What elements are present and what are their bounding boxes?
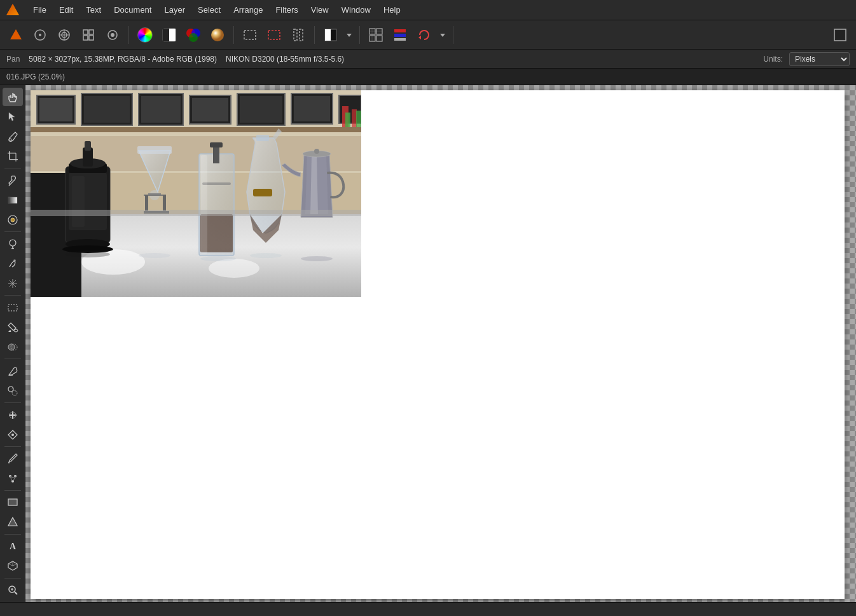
tool-gradient[interactable] [3, 191, 23, 209]
color-rgb-btn[interactable] [183, 24, 204, 46]
mask-dropdown-btn[interactable] [344, 24, 354, 46]
svg-point-21 [211, 29, 224, 41]
svg-rect-122 [145, 195, 148, 211]
tool-zoom[interactable] [3, 581, 23, 599]
menu-filters[interactable]: Filters [269, 3, 304, 17]
main-area: A [0, 85, 856, 602]
color-bw-btn[interactable] [158, 24, 180, 46]
tool-sharpen[interactable] [3, 274, 23, 292]
tonemap-btn[interactable] [78, 24, 99, 46]
tool-color[interactable] [3, 210, 23, 229]
view-360-btn[interactable] [29, 24, 51, 46]
svg-rect-130 [201, 155, 207, 254]
svg-line-79 [15, 592, 17, 594]
tool-pen[interactable] [3, 449, 23, 468]
toolbar-sep-2 [233, 26, 234, 44]
tool-sep-1 [4, 168, 21, 168]
marquee-col-btn[interactable] [287, 24, 309, 46]
svg-point-139 [250, 253, 282, 258]
svg-point-138 [200, 256, 236, 261]
marquee-rect-btn[interactable] [239, 24, 261, 46]
svg-rect-118 [137, 146, 172, 154]
tool-shape[interactable] [3, 513, 23, 531]
svg-rect-93 [240, 96, 282, 123]
canvas-area[interactable] [25, 85, 856, 602]
svg-rect-87 [84, 96, 130, 123]
affinity-logo-btn[interactable] [5, 24, 27, 46]
export-btn[interactable] [102, 24, 123, 46]
tool-smudge[interactable] [3, 254, 23, 273]
menu-select[interactable]: Select [191, 3, 227, 17]
color-wheel-btn[interactable] [134, 24, 156, 46]
svg-point-43 [9, 139, 11, 141]
svg-line-77 [13, 564, 17, 566]
tool-text[interactable]: A [3, 537, 23, 556]
menu-arrange[interactable]: Arrange [227, 3, 269, 17]
menu-view[interactable]: View [305, 3, 335, 17]
tool-hand[interactable] [3, 88, 23, 106]
menu-file[interactable]: File [27, 3, 53, 17]
menu-window[interactable]: Window [335, 3, 377, 17]
tool-healing[interactable] [3, 406, 23, 424]
snapping-btn[interactable] [365, 24, 387, 46]
tool-selection[interactable] [3, 298, 23, 317]
svg-rect-17 [169, 29, 176, 41]
menu-document[interactable]: Document [107, 3, 158, 17]
svg-point-14 [111, 33, 114, 37]
tool-pointer[interactable] [3, 107, 23, 126]
tool-flood-fill[interactable] [3, 318, 23, 336]
tool-name-label: Pan [6, 55, 20, 64]
tool-dodge[interactable] [3, 235, 23, 253]
camera-info: NIKON D3200 (18-55mm f/3.5-5.6) [226, 55, 344, 64]
infobar: Pan 5082 × 3027px, 15.38MP, RGBA/8 - Ado… [0, 50, 856, 69]
svg-rect-16 [163, 29, 169, 41]
toolbox: A [0, 85, 25, 602]
menu-text[interactable]: Text [79, 3, 107, 17]
tool-patch[interactable] [3, 425, 23, 444]
canvas-image [31, 90, 361, 297]
units-label: Units: [763, 55, 783, 64]
svg-rect-9 [83, 30, 88, 34]
svg-marker-39 [440, 34, 445, 37]
doc-name: 016.JPG (25.0%) [6, 72, 65, 81]
svg-rect-22 [244, 31, 256, 39]
svg-text:A: A [10, 542, 17, 551]
tool-blend[interactable] [3, 338, 23, 356]
svg-point-59 [8, 344, 15, 350]
macro-btn[interactable] [413, 24, 435, 46]
svg-rect-29 [369, 29, 375, 34]
tool-erase[interactable] [3, 362, 23, 380]
svg-rect-57 [8, 305, 17, 311]
tool-sep-8 [4, 534, 21, 535]
develop-btn[interactable] [53, 24, 75, 46]
svg-point-106 [209, 259, 259, 278]
svg-rect-91 [192, 98, 228, 121]
tool-clone[interactable] [3, 381, 23, 400]
app-logo[interactable] [4, 1, 22, 19]
eraser-right-btn[interactable] [829, 24, 851, 46]
color-sphere-btn[interactable] [207, 24, 228, 46]
marquee-free-btn[interactable] [263, 24, 285, 46]
macro-dropdown-btn[interactable] [438, 24, 448, 46]
menu-edit[interactable]: Edit [53, 3, 79, 17]
menu-help[interactable]: Help [377, 3, 407, 17]
mask-btn[interactable] [320, 24, 342, 46]
tool-rect-shape[interactable] [3, 493, 23, 512]
tool-3d[interactable] [3, 557, 23, 575]
svg-marker-72 [8, 517, 17, 526]
tool-brush[interactable] [3, 127, 23, 146]
menu-layer[interactable]: Layer [158, 3, 191, 17]
svg-rect-100 [345, 113, 350, 127]
tool-node[interactable] [3, 469, 23, 488]
tool-eyedropper[interactable] [3, 171, 23, 189]
toolbar-sep-3 [314, 26, 315, 44]
tool-sep-2 [4, 231, 21, 232]
svg-rect-25 [300, 29, 303, 41]
tool-crop[interactable] [3, 147, 23, 165]
svg-rect-101 [356, 111, 361, 127]
svg-rect-32 [376, 36, 382, 41]
svg-marker-28 [347, 34, 352, 37]
units-select[interactable]: Pixels Inches Centimeters Millimeters Po… [789, 52, 850, 66]
svg-rect-24 [294, 29, 297, 41]
channels-btn[interactable] [389, 24, 411, 46]
